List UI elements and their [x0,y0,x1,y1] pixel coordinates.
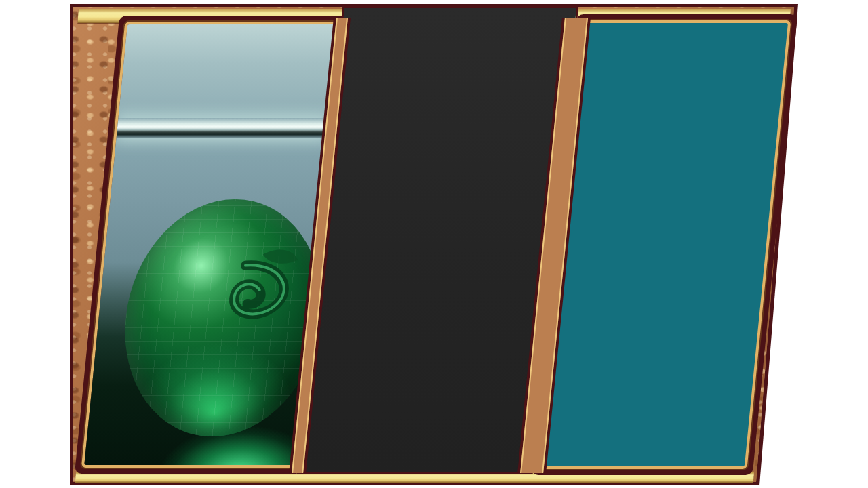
material-editor-composition [0,0,868,488]
